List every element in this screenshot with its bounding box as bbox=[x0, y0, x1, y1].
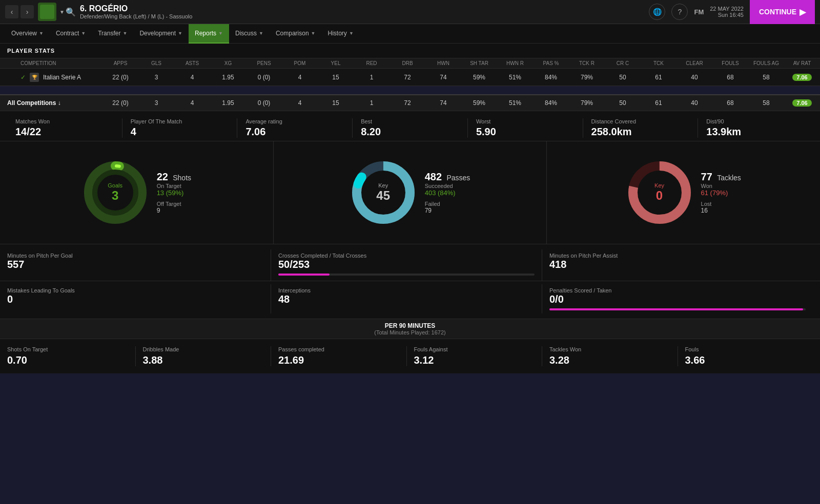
dist90-label: Dist/90 bbox=[706, 118, 805, 124]
per90-shots-label: Shots On Target bbox=[7, 346, 128, 352]
back-button[interactable]: ‹ bbox=[5, 5, 18, 18]
summary-hwnr: 51% bbox=[497, 99, 533, 107]
best-panel: Best 8.20 bbox=[353, 118, 468, 138]
passes-row: 482 Passes bbox=[425, 171, 470, 183]
fouls-cell: 68 bbox=[712, 74, 748, 81]
worst-value: 5.90 bbox=[476, 126, 575, 138]
search-button[interactable]: 🔍 bbox=[66, 7, 76, 17]
forward-button[interactable]: › bbox=[20, 5, 34, 18]
col-pom-header: POM bbox=[282, 60, 318, 66]
tab-comparison[interactable]: Comparison ▼ bbox=[270, 24, 322, 44]
per90-stats: Shots On Target 0.70 Dribbles Made 3.88 … bbox=[0, 339, 820, 373]
summary-pens: 0 (0) bbox=[246, 99, 282, 107]
tab-transfer[interactable]: Transfer ▼ bbox=[92, 24, 133, 44]
clear-cell: 40 bbox=[676, 74, 712, 81]
per90-fouls-label: Fouls bbox=[685, 346, 806, 352]
minutes-per-goal-label: Minutes on Pitch Per Goal bbox=[7, 253, 263, 259]
penalties-panel: Penalties Scored / Taken 0/0 bbox=[542, 284, 813, 313]
competition-icon: 🏆 bbox=[30, 73, 39, 82]
player-name: 6. ROGÉRIO bbox=[80, 4, 649, 13]
goals-label-main: Goals bbox=[108, 182, 122, 188]
tackles-big: 77 bbox=[701, 171, 712, 182]
passes-on-label: Succeeded bbox=[425, 183, 470, 189]
team-chevron[interactable]: ▼ bbox=[58, 8, 66, 16]
asts-cell: 4 bbox=[174, 74, 210, 81]
red-cell: 1 bbox=[354, 74, 389, 81]
tab-history[interactable]: History ▼ bbox=[322, 24, 360, 44]
col-fouls-header: FOULS bbox=[712, 60, 748, 66]
summary-avrat-badge: 7.06 bbox=[792, 99, 811, 107]
tck-cell: 61 bbox=[641, 74, 676, 81]
minutes-per-goal-panel: Minutes on Pitch Per Goal 557 bbox=[7, 249, 271, 281]
col-pens-header: PENS bbox=[246, 60, 282, 66]
minutes-per-goal-value: 557 bbox=[7, 259, 263, 270]
continue-button[interactable]: CONTINUE ▶ bbox=[750, 0, 815, 24]
date-box: 22 MAY 2022 Sun 16:45 bbox=[710, 6, 744, 18]
pens-cell: 0 (0) bbox=[246, 74, 282, 81]
col-hwn-header: HWN bbox=[425, 60, 461, 66]
continue-arrow-icon: ▶ bbox=[799, 7, 806, 17]
goals-label-num: 3 bbox=[108, 188, 122, 203]
tackles-lost-val: 16 bbox=[701, 207, 741, 214]
off-target-label: Off Target bbox=[157, 201, 191, 207]
mistakes-label: Mistakes Leading To Goals bbox=[7, 287, 263, 293]
interceptions-value: 48 bbox=[278, 293, 535, 305]
col-tckr-header: TCK R bbox=[569, 60, 605, 66]
apps-cell: 22 (0) bbox=[102, 74, 138, 81]
passes-label: Passes bbox=[446, 174, 470, 182]
col-drb-header: DRB bbox=[389, 60, 425, 66]
table-header: COMPETITION APPS GLS ASTS XG PENS POM YE… bbox=[0, 58, 820, 69]
tackles-chart-col: Key 0 77 Tackles Won 61 (79%) Lost 16 bbox=[547, 141, 820, 244]
per90-fouls-value: 3.66 bbox=[685, 354, 806, 366]
on-target-val: 13 (59%) bbox=[157, 189, 191, 197]
summary-foulsag: 58 bbox=[748, 99, 784, 107]
col-hwnr-header: HWN R bbox=[497, 60, 533, 66]
summary-paspct: 84% bbox=[533, 99, 569, 107]
passes-donut-label: Key 45 bbox=[376, 182, 390, 203]
tab-overview[interactable]: Overview ▼ bbox=[5, 24, 50, 44]
per90-dribbles-value: 3.88 bbox=[143, 354, 264, 366]
per90-fouls-against-value: 3.12 bbox=[414, 354, 535, 366]
shots-big: 22 bbox=[157, 171, 168, 182]
matches-won-value: 14/22 bbox=[15, 126, 114, 138]
avrat-cell: 7.06 bbox=[784, 74, 820, 81]
player-subtitle: Defender/Wing Back (Left) / M (L) - Sass… bbox=[80, 13, 649, 19]
col-shtar-header: SH TAR bbox=[461, 60, 497, 66]
per90-tackles-label: Tackles Won bbox=[549, 346, 670, 352]
table-row: ✓ 🏆 Italian Serie A 22 (0) 3 4 1.95 0 (0… bbox=[0, 69, 820, 86]
per90-passes-value: 21.69 bbox=[278, 354, 399, 366]
per90-shots-on-target: Shots On Target 0.70 bbox=[7, 346, 136, 366]
tab-development[interactable]: Development ▼ bbox=[133, 24, 189, 44]
crosses-panel: Crosses Completed / Total Crosses 50/253 bbox=[271, 249, 542, 281]
worst-label: Worst bbox=[476, 118, 575, 124]
summary-asts: 4 bbox=[174, 99, 210, 107]
best-value: 8.20 bbox=[361, 126, 459, 138]
summary-shtar: 59% bbox=[461, 99, 497, 107]
potm-panel: Player Of The Match 4 bbox=[122, 118, 238, 138]
goals-chart-col: Goals 3 22 Shots On Target 13 (59%) Off … bbox=[0, 141, 274, 244]
penalties-label: Penalties Scored / Taken bbox=[549, 287, 806, 293]
col-yel-header: YEL bbox=[318, 60, 354, 66]
matches-won-label: Matches Won bbox=[15, 118, 114, 124]
summary-tck: 61 bbox=[641, 99, 676, 107]
tab-contract[interactable]: Contract ▼ bbox=[50, 24, 92, 44]
col-clear-header: CLEAR bbox=[676, 60, 712, 66]
tab-discuss[interactable]: Discuss ▼ bbox=[229, 24, 270, 44]
potm-value: 4 bbox=[131, 126, 229, 138]
summary-label: All Competitions ↓ bbox=[0, 99, 102, 107]
summary-hwn: 74 bbox=[425, 99, 461, 107]
per90-header: PER 90 MINUTES (Total Minutes Played: 16… bbox=[0, 319, 820, 339]
globe-button[interactable]: 🌐 bbox=[649, 4, 665, 20]
shots-row: 22 Shots bbox=[157, 171, 191, 183]
mistakes-panel: Mistakes Leading To Goals 0 bbox=[7, 284, 271, 313]
minutes-per-assist-label: Minutes on Pitch Per Assist bbox=[549, 253, 806, 259]
nav-tabs: Overview ▼ Contract ▼ Transfer ▼ Develop… bbox=[0, 24, 820, 44]
interceptions-label: Interceptions bbox=[278, 287, 535, 293]
hwn-cell: 74 bbox=[425, 74, 461, 81]
minutes-per-assist-panel: Minutes on Pitch Per Assist 418 bbox=[542, 249, 813, 281]
help-button[interactable]: ? bbox=[671, 4, 688, 20]
gls-cell: 3 bbox=[138, 74, 174, 81]
pom-cell: 4 bbox=[282, 74, 318, 81]
tab-reports[interactable]: Reports ▼ bbox=[189, 24, 229, 44]
summary-xg: 1.95 bbox=[210, 99, 246, 107]
